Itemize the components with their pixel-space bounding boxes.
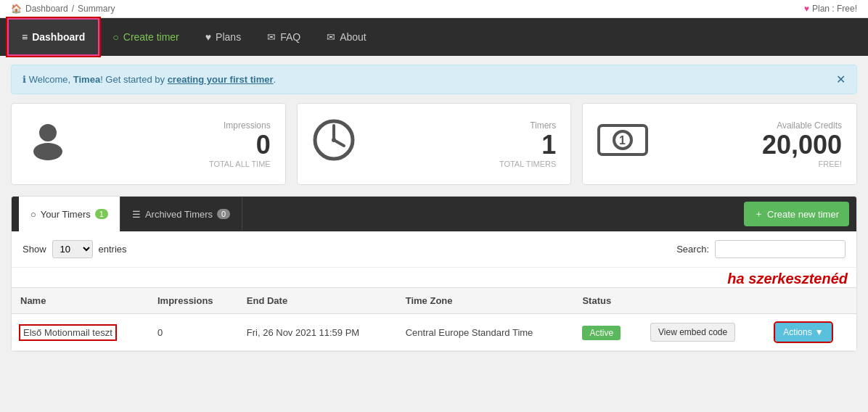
timers-info: Timers 1 TOTAL TIMERS <box>370 120 557 168</box>
impressions-label: Impressions <box>84 120 271 131</box>
cell-view-embed: View embed code <box>642 314 766 351</box>
nav-create-timer-label: Create timer <box>123 31 179 43</box>
alert-text: ℹ Welcome, Timea! Get started by creatin… <box>22 74 276 85</box>
nav-faq-label: FAQ <box>280 31 300 43</box>
col-end-date: End Date <box>238 288 397 314</box>
timers-header: ○ Your Timers 1 ☰ Archived Timers 0 ＋ Cr… <box>12 197 856 231</box>
cell-status: Active <box>573 314 642 351</box>
your-timers-circle-icon: ○ <box>30 209 36 220</box>
create-new-timer-label: Create new timer <box>767 209 839 220</box>
about-icon: ✉ <box>327 31 335 43</box>
red-annotation-text: ha szerkesztenéd <box>727 271 848 287</box>
timers-tabs: ○ Your Timers 1 ☰ Archived Timers 0 <box>19 197 242 231</box>
col-actions2 <box>766 288 856 314</box>
search-box: Search: <box>676 240 846 258</box>
cell-timezone: Central Europe Standard Time <box>397 314 574 351</box>
timers-icon <box>312 118 356 170</box>
nav-dashboard-label: Dashboard <box>32 31 85 43</box>
tab-archived-timers[interactable]: ☰ Archived Timers 0 <box>120 197 242 231</box>
timers-table: Name Impressions End Date Time Zone Stat… <box>12 287 856 351</box>
timers-value: 1 <box>370 132 557 158</box>
search-label: Search: <box>676 244 709 255</box>
nav-create-timer[interactable]: ○ Create timer <box>99 18 192 56</box>
svg-point-1 <box>33 143 62 160</box>
create-timer-icon: ○ <box>112 31 118 43</box>
breadcrumb: 🏠 Dashboard / Summary <box>11 4 115 14</box>
nav-faq[interactable]: ✉ FAQ <box>254 18 314 56</box>
impressions-icon <box>26 118 70 170</box>
plan-info: ♥ Plan : Free! <box>804 4 857 14</box>
navbar: ≡ Dashboard ○ Create timer ♥ Plans ✉ FAQ… <box>0 18 868 56</box>
your-timers-label: Your Timers <box>41 209 91 220</box>
alert-username: Timea <box>73 74 100 85</box>
timers-label: Timers <box>370 120 557 131</box>
status-badge: Active <box>582 326 621 340</box>
stat-card-impressions: Impressions 0 TOTAL ALL TIME <box>11 103 286 185</box>
svg-point-0 <box>39 124 57 141</box>
cell-impressions: 0 <box>149 314 238 351</box>
impressions-info: Impressions 0 TOTAL ALL TIME <box>84 120 271 168</box>
create-new-timer-button[interactable]: ＋ Create new timer <box>744 202 849 226</box>
col-status: Status <box>573 288 642 314</box>
col-timezone: Time Zone <box>397 288 574 314</box>
info-icon: ℹ <box>22 74 26 85</box>
actions-dropdown-icon: ▼ <box>815 327 824 337</box>
stats-row: Impressions 0 TOTAL ALL TIME Timers 1 TO… <box>0 103 868 196</box>
plans-icon: ♥ <box>205 31 211 43</box>
breadcrumb-home[interactable]: Dashboard <box>25 4 68 14</box>
dashboard-icon: ≡ <box>22 31 28 43</box>
plus-icon: ＋ <box>754 207 763 221</box>
credits-label: Available Credits <box>663 120 842 131</box>
alert-close-button[interactable]: ✕ <box>836 73 846 86</box>
svg-text:1: 1 <box>619 134 626 147</box>
archived-timers-label: Archived Timers <box>145 209 213 220</box>
actions-label: Actions <box>783 327 811 337</box>
timer-name-highlighted: Első Motionmail teszt <box>20 326 115 339</box>
col-name: Name <box>12 288 149 314</box>
cell-end-date: Fri, 26 Nov 2021 11:59 PM <box>238 314 397 351</box>
timers-sublabel: TOTAL TIMERS <box>370 160 557 168</box>
col-actions1 <box>642 288 766 314</box>
annotation-area: ha szerkesztenéd <box>12 268 856 287</box>
table-header-row: Name Impressions End Date Time Zone Stat… <box>12 288 856 314</box>
faq-icon: ✉ <box>267 31 276 43</box>
impressions-sublabel: TOTAL ALL TIME <box>84 160 271 168</box>
nav-plans[interactable]: ♥ Plans <box>192 18 254 56</box>
alert-banner: ℹ Welcome, Timea! Get started by creatin… <box>11 65 857 94</box>
show-entries-control: Show 10 25 50 100 entries <box>22 240 127 258</box>
nav-about-label: About <box>340 31 367 43</box>
nav-plans-label: Plans <box>216 31 241 43</box>
archived-icon: ☰ <box>132 209 141 220</box>
credits-icon: 1 <box>597 122 648 166</box>
cell-actions: Actions ▼ <box>766 314 856 351</box>
alert-link[interactable]: creating your first timer <box>168 74 274 85</box>
breadcrumb-separator: / <box>72 4 74 14</box>
credits-value: 20,000 <box>663 132 842 158</box>
archived-timers-badge: 0 <box>217 209 230 219</box>
entries-label: entries <box>99 244 127 255</box>
svg-point-5 <box>332 138 336 142</box>
stat-card-timers: Timers 1 TOTAL TIMERS <box>297 103 572 185</box>
search-input[interactable] <box>715 240 846 258</box>
breadcrumb-current: Summary <box>78 4 115 14</box>
tab-your-timers[interactable]: ○ Your Timers 1 <box>19 197 120 231</box>
timers-section: ○ Your Timers 1 ☰ Archived Timers 0 ＋ Cr… <box>11 196 857 352</box>
credits-sublabel: FREE! <box>663 160 842 168</box>
top-bar: 🏠 Dashboard / Summary ♥ Plan : Free! <box>0 0 868 18</box>
stat-card-credits: 1 Available Credits 20,000 FREE! <box>582 103 857 185</box>
table-controls: Show 10 25 50 100 entries Search: <box>12 231 856 268</box>
entries-select[interactable]: 10 25 50 100 <box>52 240 93 258</box>
nav-about[interactable]: ✉ About <box>314 18 380 56</box>
heart-icon: ♥ <box>804 4 809 14</box>
impressions-value: 0 <box>84 132 271 158</box>
plan-label: Plan : Free! <box>812 4 857 14</box>
credits-info: Available Credits 20,000 FREE! <box>663 120 842 168</box>
col-impressions: Impressions <box>149 288 238 314</box>
cell-name: Első Motionmail teszt <box>12 314 149 351</box>
nav-dashboard[interactable]: ≡ Dashboard <box>7 18 99 56</box>
show-label: Show <box>22 244 46 255</box>
your-timers-badge: 1 <box>95 209 108 219</box>
actions-button[interactable]: Actions ▼ <box>775 323 831 342</box>
view-embed-button[interactable]: View embed code <box>650 323 735 342</box>
home-icon: 🏠 <box>11 4 22 14</box>
